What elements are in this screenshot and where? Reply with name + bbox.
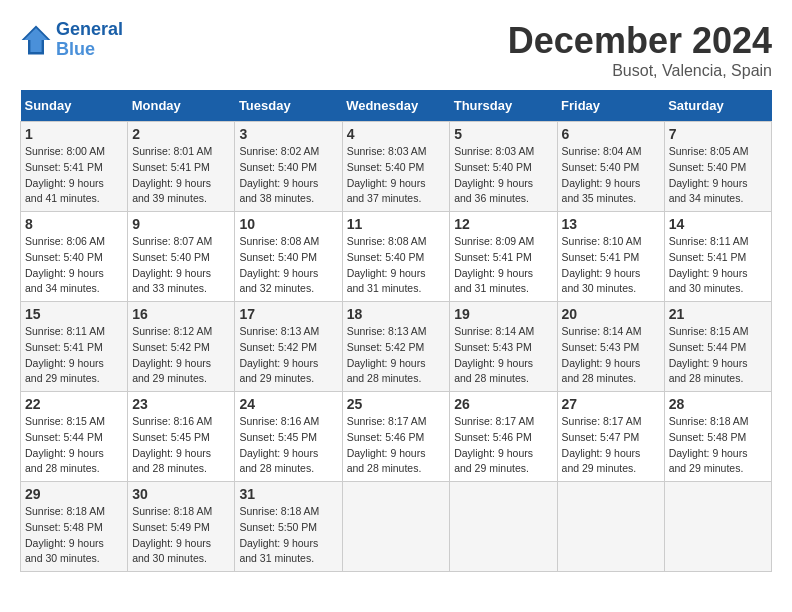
calendar-table: Sunday Monday Tuesday Wednesday Thursday… bbox=[20, 90, 772, 572]
calendar-cell: 16 Sunrise: 8:12 AMSunset: 5:42 PMDaylig… bbox=[128, 302, 235, 392]
calendar-cell: 7 Sunrise: 8:05 AMSunset: 5:40 PMDayligh… bbox=[664, 122, 771, 212]
day-number: 31 bbox=[239, 486, 337, 502]
calendar-cell: 24 Sunrise: 8:16 AMSunset: 5:45 PMDaylig… bbox=[235, 392, 342, 482]
day-number: 3 bbox=[239, 126, 337, 142]
day-info: Sunrise: 8:03 AMSunset: 5:40 PMDaylight:… bbox=[347, 144, 446, 207]
calendar-cell: 19 Sunrise: 8:14 AMSunset: 5:43 PMDaylig… bbox=[450, 302, 557, 392]
calendar-cell: 21 Sunrise: 8:15 AMSunset: 5:44 PMDaylig… bbox=[664, 302, 771, 392]
day-info: Sunrise: 8:17 AMSunset: 5:46 PMDaylight:… bbox=[347, 414, 446, 477]
day-info: Sunrise: 8:06 AMSunset: 5:40 PMDaylight:… bbox=[25, 234, 123, 297]
calendar-week-0: 1 Sunrise: 8:00 AMSunset: 5:41 PMDayligh… bbox=[21, 122, 772, 212]
day-info: Sunrise: 8:18 AMSunset: 5:49 PMDaylight:… bbox=[132, 504, 230, 567]
day-info: Sunrise: 8:11 AMSunset: 5:41 PMDaylight:… bbox=[669, 234, 767, 297]
day-info: Sunrise: 8:11 AMSunset: 5:41 PMDaylight:… bbox=[25, 324, 123, 387]
calendar-cell: 12 Sunrise: 8:09 AMSunset: 5:41 PMDaylig… bbox=[450, 212, 557, 302]
day-number: 16 bbox=[132, 306, 230, 322]
day-number: 13 bbox=[562, 216, 660, 232]
day-number: 26 bbox=[454, 396, 552, 412]
day-info: Sunrise: 8:14 AMSunset: 5:43 PMDaylight:… bbox=[562, 324, 660, 387]
title-area: December 2024 Busot, Valencia, Spain bbox=[508, 20, 772, 80]
day-info: Sunrise: 8:13 AMSunset: 5:42 PMDaylight:… bbox=[347, 324, 446, 387]
col-tuesday: Tuesday bbox=[235, 90, 342, 122]
calendar-cell: 25 Sunrise: 8:17 AMSunset: 5:46 PMDaylig… bbox=[342, 392, 450, 482]
day-info: Sunrise: 8:10 AMSunset: 5:41 PMDaylight:… bbox=[562, 234, 660, 297]
day-number: 10 bbox=[239, 216, 337, 232]
day-info: Sunrise: 8:13 AMSunset: 5:42 PMDaylight:… bbox=[239, 324, 337, 387]
day-number: 12 bbox=[454, 216, 552, 232]
day-number: 9 bbox=[132, 216, 230, 232]
calendar-cell: 11 Sunrise: 8:08 AMSunset: 5:40 PMDaylig… bbox=[342, 212, 450, 302]
day-info: Sunrise: 8:17 AMSunset: 5:46 PMDaylight:… bbox=[454, 414, 552, 477]
calendar-cell: 18 Sunrise: 8:13 AMSunset: 5:42 PMDaylig… bbox=[342, 302, 450, 392]
day-info: Sunrise: 8:01 AMSunset: 5:41 PMDaylight:… bbox=[132, 144, 230, 207]
day-number: 28 bbox=[669, 396, 767, 412]
day-number: 4 bbox=[347, 126, 446, 142]
calendar-cell bbox=[557, 482, 664, 572]
calendar-cell: 28 Sunrise: 8:18 AMSunset: 5:48 PMDaylig… bbox=[664, 392, 771, 482]
day-number: 11 bbox=[347, 216, 446, 232]
day-number: 21 bbox=[669, 306, 767, 322]
logo: General Blue bbox=[20, 20, 123, 60]
col-wednesday: Wednesday bbox=[342, 90, 450, 122]
day-number: 29 bbox=[25, 486, 123, 502]
day-number: 15 bbox=[25, 306, 123, 322]
calendar-week-4: 29 Sunrise: 8:18 AMSunset: 5:48 PMDaylig… bbox=[21, 482, 772, 572]
day-number: 2 bbox=[132, 126, 230, 142]
col-sunday: Sunday bbox=[21, 90, 128, 122]
calendar-cell: 10 Sunrise: 8:08 AMSunset: 5:40 PMDaylig… bbox=[235, 212, 342, 302]
day-number: 5 bbox=[454, 126, 552, 142]
day-number: 20 bbox=[562, 306, 660, 322]
day-info: Sunrise: 8:00 AMSunset: 5:41 PMDaylight:… bbox=[25, 144, 123, 207]
col-monday: Monday bbox=[128, 90, 235, 122]
location: Busot, Valencia, Spain bbox=[508, 62, 772, 80]
logo-text: General Blue bbox=[56, 20, 123, 60]
day-info: Sunrise: 8:03 AMSunset: 5:40 PMDaylight:… bbox=[454, 144, 552, 207]
calendar-cell: 30 Sunrise: 8:18 AMSunset: 5:49 PMDaylig… bbox=[128, 482, 235, 572]
day-number: 22 bbox=[25, 396, 123, 412]
calendar-cell: 5 Sunrise: 8:03 AMSunset: 5:40 PMDayligh… bbox=[450, 122, 557, 212]
calendar-cell: 3 Sunrise: 8:02 AMSunset: 5:40 PMDayligh… bbox=[235, 122, 342, 212]
day-info: Sunrise: 8:07 AMSunset: 5:40 PMDaylight:… bbox=[132, 234, 230, 297]
calendar-cell: 8 Sunrise: 8:06 AMSunset: 5:40 PMDayligh… bbox=[21, 212, 128, 302]
day-info: Sunrise: 8:08 AMSunset: 5:40 PMDaylight:… bbox=[239, 234, 337, 297]
calendar-cell bbox=[342, 482, 450, 572]
day-info: Sunrise: 8:09 AMSunset: 5:41 PMDaylight:… bbox=[454, 234, 552, 297]
day-number: 27 bbox=[562, 396, 660, 412]
day-info: Sunrise: 8:14 AMSunset: 5:43 PMDaylight:… bbox=[454, 324, 552, 387]
calendar-cell: 23 Sunrise: 8:16 AMSunset: 5:45 PMDaylig… bbox=[128, 392, 235, 482]
col-friday: Friday bbox=[557, 90, 664, 122]
calendar-cell: 31 Sunrise: 8:18 AMSunset: 5:50 PMDaylig… bbox=[235, 482, 342, 572]
day-info: Sunrise: 8:18 AMSunset: 5:50 PMDaylight:… bbox=[239, 504, 337, 567]
calendar-cell bbox=[664, 482, 771, 572]
day-number: 7 bbox=[669, 126, 767, 142]
day-info: Sunrise: 8:15 AMSunset: 5:44 PMDaylight:… bbox=[669, 324, 767, 387]
day-number: 14 bbox=[669, 216, 767, 232]
calendar-cell: 17 Sunrise: 8:13 AMSunset: 5:42 PMDaylig… bbox=[235, 302, 342, 392]
day-number: 18 bbox=[347, 306, 446, 322]
calendar-cell: 13 Sunrise: 8:10 AMSunset: 5:41 PMDaylig… bbox=[557, 212, 664, 302]
day-info: Sunrise: 8:16 AMSunset: 5:45 PMDaylight:… bbox=[239, 414, 337, 477]
calendar-cell: 22 Sunrise: 8:15 AMSunset: 5:44 PMDaylig… bbox=[21, 392, 128, 482]
header-row: Sunday Monday Tuesday Wednesday Thursday… bbox=[21, 90, 772, 122]
day-number: 6 bbox=[562, 126, 660, 142]
calendar-cell: 1 Sunrise: 8:00 AMSunset: 5:41 PMDayligh… bbox=[21, 122, 128, 212]
calendar-cell: 20 Sunrise: 8:14 AMSunset: 5:43 PMDaylig… bbox=[557, 302, 664, 392]
logo-icon bbox=[20, 24, 52, 56]
day-number: 24 bbox=[239, 396, 337, 412]
day-number: 17 bbox=[239, 306, 337, 322]
calendar-cell bbox=[450, 482, 557, 572]
calendar-cell: 9 Sunrise: 8:07 AMSunset: 5:40 PMDayligh… bbox=[128, 212, 235, 302]
calendar-cell: 27 Sunrise: 8:17 AMSunset: 5:47 PMDaylig… bbox=[557, 392, 664, 482]
calendar-week-2: 15 Sunrise: 8:11 AMSunset: 5:41 PMDaylig… bbox=[21, 302, 772, 392]
calendar-cell: 14 Sunrise: 8:11 AMSunset: 5:41 PMDaylig… bbox=[664, 212, 771, 302]
day-number: 19 bbox=[454, 306, 552, 322]
col-thursday: Thursday bbox=[450, 90, 557, 122]
day-info: Sunrise: 8:16 AMSunset: 5:45 PMDaylight:… bbox=[132, 414, 230, 477]
day-info: Sunrise: 8:17 AMSunset: 5:47 PMDaylight:… bbox=[562, 414, 660, 477]
day-number: 8 bbox=[25, 216, 123, 232]
svg-marker-1 bbox=[24, 28, 48, 52]
day-info: Sunrise: 8:18 AMSunset: 5:48 PMDaylight:… bbox=[669, 414, 767, 477]
day-info: Sunrise: 8:02 AMSunset: 5:40 PMDaylight:… bbox=[239, 144, 337, 207]
header: General Blue December 2024 Busot, Valenc… bbox=[20, 20, 772, 80]
col-saturday: Saturday bbox=[664, 90, 771, 122]
